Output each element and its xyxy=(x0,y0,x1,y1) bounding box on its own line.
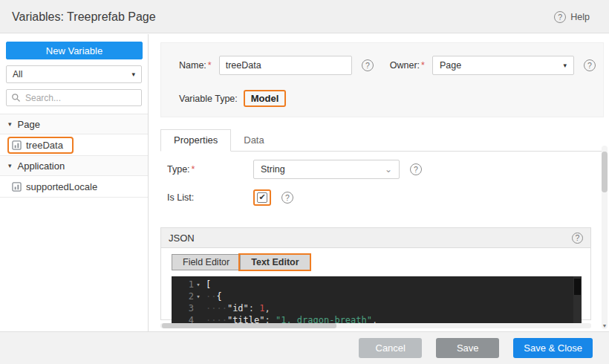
editor-scrollbar-thumb[interactable] xyxy=(574,279,581,295)
code-text: [ xyxy=(203,279,211,290)
search-box xyxy=(6,89,142,106)
tab-bar: Properties Data xyxy=(160,129,604,152)
tree-section-page[interactable]: ▾ Page xyxy=(0,114,148,134)
save-close-button[interactable]: Save & Close xyxy=(513,338,593,358)
owner-select[interactable]: Page ▾ xyxy=(432,56,574,75)
annotation-box: ✔ xyxy=(253,189,271,206)
required-mark: * xyxy=(421,60,425,71)
is-list-row: Is List: ✔ ? xyxy=(160,187,587,207)
tree-item-treedata[interactable]: treeData xyxy=(0,134,148,156)
tree-section-label: Application xyxy=(18,160,65,172)
code-line: 1▾ [ xyxy=(172,279,582,290)
json-title: JSON xyxy=(169,233,195,244)
json-code-editor[interactable]: 1▾ [ 2▾ ··{ 3 ····"id": 1, 4 ····"title"… xyxy=(172,276,582,328)
required-mark: * xyxy=(208,60,212,71)
caret-down-icon: ▾ xyxy=(8,120,12,128)
tree-item-label: supportedLocale xyxy=(26,181,97,192)
tab-data[interactable]: Data xyxy=(231,130,276,151)
chevron-down-icon: ⌄ xyxy=(385,165,392,174)
code-text: ··{ xyxy=(203,290,222,302)
scroll-down-arrow-icon[interactable]: ▼ xyxy=(602,323,608,328)
caret-down-icon: ▾ xyxy=(563,62,567,69)
main-panel: Name:* ? Owner:* Page ▾ ? Variable Type:… xyxy=(149,34,609,331)
tab-properties[interactable]: Properties xyxy=(160,129,231,152)
page-title: Variables: Treeprefab Page xyxy=(12,0,156,33)
code-text: ····"id": 1, xyxy=(203,302,270,314)
tree-section-application[interactable]: ▾ Application xyxy=(0,156,148,176)
tree-item-label: treeData xyxy=(26,140,63,151)
code-line: 2▾ ··{ xyxy=(172,290,582,302)
sidebar: New Variable All ▾ ▾ Page treeData xyxy=(0,34,149,331)
is-list-help-icon[interactable]: ? xyxy=(281,192,293,204)
variable-type-row: Variable Type: Model xyxy=(179,90,596,107)
search-input[interactable] xyxy=(25,93,137,103)
type-label: Type:* xyxy=(160,164,253,175)
tree-section-label: Page xyxy=(18,119,40,130)
footer: Cancel Save Save & Close xyxy=(0,331,609,364)
variable-type-label: Variable Type: xyxy=(179,94,238,104)
fold-icon[interactable]: ▾ xyxy=(194,290,203,302)
name-label: Name:* xyxy=(179,60,212,71)
new-variable-button[interactable]: New Variable xyxy=(6,42,143,59)
variable-filter-select[interactable]: All ▾ xyxy=(6,65,142,83)
properties-panel: Type:* String ⌄ ? Is List: ✔ ? xyxy=(160,159,587,215)
variable-form: Name:* ? Owner:* Page ▾ ? Variable Type:… xyxy=(160,42,604,117)
json-panel-header: JSON ? xyxy=(161,228,590,248)
vertical-scrollbar[interactable]: ▼ xyxy=(602,146,608,329)
tree-item-supportedlocale[interactable]: supportedLocale xyxy=(0,176,148,198)
field-editor-tab[interactable]: Field Editor xyxy=(172,255,240,270)
type-help-icon[interactable]: ? xyxy=(410,163,422,175)
filter-selected-value: All xyxy=(13,69,22,79)
line-gutter: 1▾ xyxy=(172,279,203,290)
owner-selected-value: Page xyxy=(440,60,461,71)
json-panel: JSON ? Field Editor Text Editor 1▾ [ 2▾ … xyxy=(160,227,591,320)
variable-tree: ▾ Page treeData ▾ Application xyxy=(0,114,148,198)
model-variable-icon xyxy=(12,140,22,150)
type-select[interactable]: String ⌄ xyxy=(253,160,400,179)
owner-help-icon[interactable]: ? xyxy=(584,59,596,71)
required-mark: * xyxy=(192,164,195,175)
is-list-label: Is List: xyxy=(160,192,253,203)
model-variable-icon xyxy=(12,182,22,192)
tree-item-content: supportedLocale xyxy=(7,181,97,192)
help-label: Help xyxy=(570,12,590,22)
editor-scrollbar[interactable] xyxy=(573,276,582,328)
horizontal-scrollbar[interactable] xyxy=(160,323,591,328)
type-selected-value: String xyxy=(261,164,285,175)
name-input[interactable] xyxy=(219,56,352,75)
check-icon: ✔ xyxy=(258,193,265,201)
code-line: 3 ····"id": 1, xyxy=(172,302,582,314)
caret-down-icon: ▾ xyxy=(131,71,135,78)
help-link[interactable]: ? Help xyxy=(554,0,590,33)
variable-type-value: Model xyxy=(244,90,287,107)
line-gutter: 3 xyxy=(172,302,203,314)
is-list-checkbox[interactable]: ✔ xyxy=(257,192,267,203)
vertical-scrollbar-thumb[interactable] xyxy=(602,152,608,192)
header: Variables: Treeprefab Page ? Help xyxy=(0,0,609,33)
fold-icon[interactable]: ▾ xyxy=(194,279,203,290)
help-icon: ? xyxy=(554,11,566,23)
owner-label: Owner:* xyxy=(390,60,425,71)
search-icon xyxy=(11,93,21,103)
name-help-icon[interactable]: ? xyxy=(362,59,374,71)
json-help-icon[interactable]: ? xyxy=(572,233,583,244)
save-button[interactable]: Save xyxy=(436,338,499,358)
editor-mode-tabs: Field Editor Text Editor xyxy=(172,254,310,270)
text-editor-tab[interactable]: Text Editor xyxy=(240,255,309,270)
type-row: Type:* String ⌄ ? xyxy=(160,159,587,179)
caret-down-icon: ▾ xyxy=(8,162,12,169)
line-gutter: 2▾ xyxy=(172,290,203,302)
horizontal-scrollbar-thumb[interactable] xyxy=(162,323,336,328)
json-panel-body: Field Editor Text Editor 1▾ [ 2▾ ··{ 3 ·… xyxy=(161,248,590,328)
annotation-box: treeData xyxy=(7,137,74,154)
cancel-button[interactable]: Cancel xyxy=(359,338,422,358)
name-owner-row: Name:* ? Owner:* Page ▾ ? xyxy=(179,56,596,75)
